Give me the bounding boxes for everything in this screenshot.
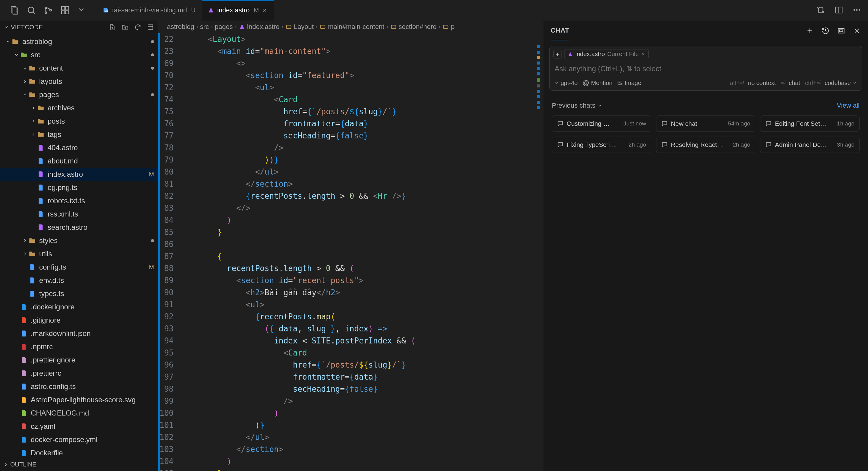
tree-item[interactable]: .dockerignore — [0, 300, 158, 314]
history-icon[interactable] — [822, 27, 830, 35]
svg-point-15 — [822, 11, 824, 13]
editor-tab[interactable]: index.astro M — [202, 0, 274, 21]
view-all-link[interactable]: View all — [837, 101, 860, 110]
chat-history-item[interactable]: Admin Panel De… 3h ago — [760, 137, 860, 153]
modified-badge: M — [149, 264, 154, 271]
chat-panel: CHAT index.astro Current File gpt-4o @Me… — [543, 21, 868, 471]
svg-rect-29 — [391, 25, 396, 29]
expand-icon[interactable] — [837, 27, 845, 35]
tree-item[interactable]: styles — [0, 234, 158, 247]
tree-item[interactable]: .markdownlint.json — [0, 327, 158, 340]
tree-item[interactable]: rss.xml.ts — [0, 207, 158, 221]
codebase-button[interactable]: ctrl+⏎codebase — [805, 79, 857, 87]
file-icon — [20, 330, 28, 337]
tree-item[interactable]: content — [0, 61, 158, 75]
extensions-icon[interactable] — [60, 5, 70, 15]
tree-item[interactable]: AstroPaper-lighthouse-score.svg — [0, 393, 158, 407]
tree-item[interactable]: src — [0, 48, 158, 61]
file-icon — [20, 422, 28, 430]
git-compare-icon[interactable] — [816, 5, 826, 15]
tree-item[interactable]: index.astro M — [0, 168, 158, 181]
tree-item[interactable]: env.d.ts — [0, 274, 158, 287]
file-icon — [20, 396, 28, 404]
outline-section[interactable]: OUTLINE — [0, 458, 158, 471]
file-icon — [11, 38, 19, 46]
model-selector[interactable]: gpt-4o — [555, 80, 578, 87]
tree-item[interactable]: .gitignore — [0, 314, 158, 327]
chat-send-button[interactable]: ⏎chat — [781, 79, 800, 87]
tree-item[interactable]: 404.astro — [0, 141, 158, 154]
new-file-icon[interactable] — [109, 24, 116, 31]
chat-input[interactable] — [550, 62, 862, 77]
twistie-icon — [22, 252, 28, 256]
tree-item[interactable]: .prettierignore — [0, 353, 158, 367]
tree-item[interactable]: astroblog — [0, 35, 158, 48]
tree-item[interactable]: pages — [0, 88, 158, 101]
svg-rect-33 — [838, 28, 844, 33]
minimap[interactable] — [537, 33, 543, 471]
tree-item[interactable]: search.astro — [0, 221, 158, 234]
explorer-icon[interactable] — [10, 5, 19, 15]
twistie-icon — [30, 119, 37, 124]
search-icon[interactable] — [27, 5, 36, 15]
tree-item[interactable]: tags — [0, 128, 158, 141]
chat-history-item[interactable]: New chat 54m ago — [656, 116, 755, 132]
close-panel-icon[interactable] — [853, 27, 861, 35]
collapse-icon[interactable] — [147, 24, 154, 31]
refresh-icon[interactable] — [134, 24, 141, 31]
previous-chats-label[interactable]: Previous chats — [552, 101, 595, 110]
plus-icon[interactable] — [806, 27, 814, 35]
chat-history-item[interactable]: Editing Font Set… 1h ago — [760, 116, 860, 132]
tree-item[interactable]: layouts — [0, 75, 158, 88]
file-icon — [20, 356, 28, 364]
twistie-icon — [22, 66, 28, 70]
image-button[interactable]: Image — [617, 80, 641, 87]
svg-point-4 — [45, 7, 46, 8]
tree-item[interactable]: types.ts — [0, 287, 158, 300]
new-folder-icon[interactable] — [121, 24, 129, 31]
editor-tab[interactable]: M↓ tai-sao-minh-viet-blog.md U — [96, 0, 202, 21]
editor-content[interactable]: <Layout> <main id="main-content"> <> <se… — [177, 33, 537, 471]
twistie-icon — [22, 92, 28, 97]
context-chip[interactable]: index.astro Current File — [564, 49, 649, 59]
tree-item[interactable]: posts — [0, 115, 158, 128]
explorer-title[interactable]: VIETCODE — [4, 24, 109, 31]
svg-point-18 — [854, 9, 855, 11]
tree-item[interactable]: .npmrc — [0, 340, 158, 353]
breadcrumb[interactable]: astroblog ›src ›pages ›index.astro ›Layo… — [158, 21, 543, 33]
twistie-icon — [5, 39, 11, 44]
svg-point-42 — [619, 82, 620, 83]
chat-history-item[interactable]: Customizing … Just now — [552, 116, 651, 132]
add-context-icon[interactable] — [553, 50, 562, 59]
dirty-dot-icon — [151, 93, 154, 96]
file-icon — [37, 197, 44, 205]
astro-icon — [208, 7, 214, 13]
tree-item[interactable]: astro.config.ts — [0, 380, 158, 393]
tree-item[interactable]: config.ts M — [0, 261, 158, 274]
chat-history-item[interactable]: Resolving React… 2h ago — [656, 137, 755, 153]
source-control-icon[interactable] — [43, 5, 53, 15]
tree-item[interactable]: about.md — [0, 154, 158, 168]
file-icon — [28, 78, 36, 85]
chat-history-item[interactable]: Fixing TypeScri… 2h ago — [552, 137, 651, 153]
chevron-down-icon[interactable] — [77, 5, 87, 15]
file-icon — [28, 263, 36, 271]
tree-item[interactable]: og.png.ts — [0, 181, 158, 194]
twistie-icon — [13, 53, 20, 57]
tree-item[interactable]: utils — [0, 247, 158, 261]
svg-line-3 — [33, 12, 35, 14]
tree-item[interactable]: .prettierrc — [0, 367, 158, 380]
tree-item[interactable]: Dockerfile — [0, 446, 158, 458]
close-icon[interactable] — [262, 7, 268, 13]
tree-item[interactable]: CHANGELOG.md — [0, 407, 158, 420]
dirty-dot-icon — [151, 239, 154, 242]
no-context-button[interactable]: alt+↵no context — [730, 79, 776, 87]
chat-title[interactable]: CHAT — [551, 21, 569, 40]
tree-item[interactable]: cz.yaml — [0, 420, 158, 433]
more-icon[interactable] — [852, 5, 862, 15]
tree-item[interactable]: robots.txt.ts — [0, 194, 158, 207]
split-editor-icon[interactable] — [834, 5, 844, 15]
tree-item[interactable]: docker-compose.yml — [0, 433, 158, 446]
tree-item[interactable]: archives — [0, 101, 158, 115]
mention-button[interactable]: @Mention — [583, 79, 613, 87]
